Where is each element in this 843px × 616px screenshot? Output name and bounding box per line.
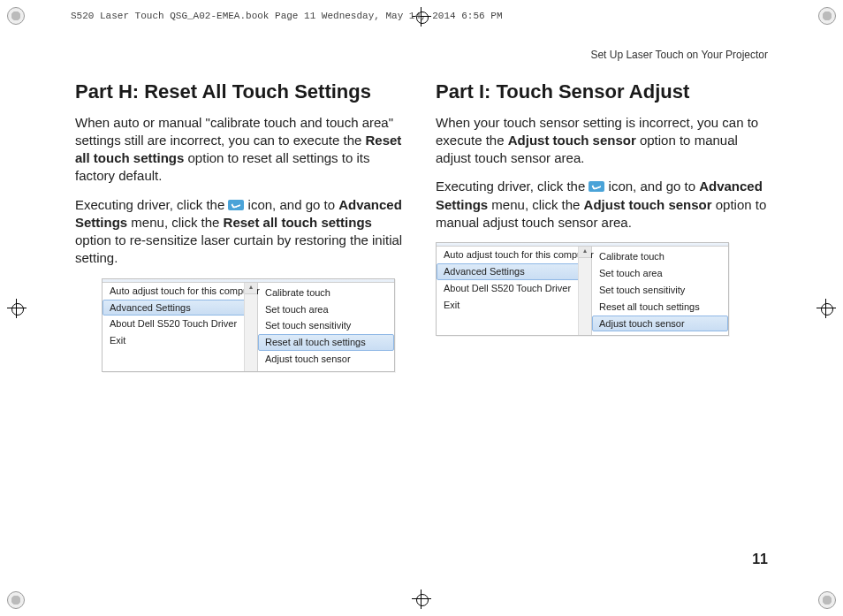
text: icon, and go to	[244, 197, 338, 212]
column-right: Part I: Touch Sensor Adjust When your to…	[436, 79, 768, 372]
menu-item[interactable]: About Dell S520 Touch Driver	[103, 316, 257, 332]
scrollbar[interactable]: ▴	[578, 247, 591, 335]
crop-mark	[818, 7, 836, 25]
menu-item-selected[interactable]: Advanced Settings▶	[437, 263, 591, 280]
menu-sub: Calibrate touch Set touch area Set touch…	[258, 283, 394, 371]
menu-item[interactable]: Auto adjust touch for this computer	[103, 283, 257, 300]
page-body: Set Up Laser Touch on Your Projector Par…	[75, 49, 768, 567]
scroll-up-icon[interactable]: ▴	[579, 247, 591, 258]
text: Executing driver, click the	[75, 197, 228, 212]
menu-item-selected[interactable]: Advanced Settings▶	[103, 300, 257, 316]
submenu-item[interactable]: Reset all touch settings	[592, 299, 728, 316]
menu-screenshot-right: Auto adjust touch for this computer Adva…	[436, 242, 729, 336]
text: menu, click the	[488, 197, 583, 212]
crop-mark	[818, 591, 836, 609]
menu-item[interactable]: About Dell S520 Touch Driver	[437, 280, 591, 297]
part-h-title: Part H: Reset All Touch Settings	[75, 79, 407, 105]
column-left: Part H: Reset All Touch Settings When au…	[75, 79, 407, 372]
part-h-para-1: When auto or manual "calibrate touch and…	[75, 114, 407, 186]
book-header: S520 Laser Touch QSG_A02-EMEA.book Page …	[71, 11, 502, 21]
crop-cross	[412, 589, 431, 609]
driver-tray-icon	[228, 200, 244, 210]
submenu-item[interactable]: Set touch area	[592, 265, 728, 282]
text-bold: Reset all touch settings	[224, 215, 372, 230]
driver-tray-icon	[589, 181, 604, 192]
scrollbar[interactable]: ▴	[244, 283, 257, 371]
text: option to re-sensitize laser curtain by …	[75, 232, 402, 265]
submenu-item[interactable]: Calibrate touch	[258, 285, 394, 301]
crop-cross	[816, 299, 836, 318]
crop-cross	[7, 299, 27, 318]
page-number: 11	[752, 551, 768, 567]
submenu-item[interactable]: Set touch area	[258, 301, 394, 318]
menu-screenshot-left: Auto adjust touch for this computer Adva…	[102, 278, 395, 372]
menu-item[interactable]: Exit	[103, 332, 257, 349]
text: menu, click the	[127, 215, 223, 230]
crop-mark	[7, 591, 25, 609]
menu-sub: Calibrate touch Set touch area Set touch…	[592, 247, 728, 335]
part-i-para-1: When your touch sensor setting is incorr…	[436, 114, 768, 168]
submenu-item[interactable]: Set touch sensitivity	[592, 282, 728, 299]
text: When auto or manual "calibrate touch and…	[75, 115, 393, 148]
text: icon, and go to	[604, 179, 699, 194]
menu-main: Auto adjust touch for this computer Adva…	[103, 283, 258, 371]
submenu-item[interactable]: Set touch sensitivity	[258, 317, 394, 334]
submenu-item-selected[interactable]: Adjust touch sensor	[592, 316, 728, 332]
text-bold: Adjust touch sensor	[508, 133, 636, 148]
part-i-title: Part I: Touch Sensor Adjust	[436, 79, 768, 105]
menu-main: Auto adjust touch for this computer Adva…	[437, 247, 592, 335]
text: Executing driver, click the	[436, 179, 589, 194]
text-bold: Adjust touch sensor	[584, 197, 712, 212]
submenu-item[interactable]: Adjust touch sensor	[258, 351, 394, 368]
part-h-para-2: Executing driver, click the icon, and go…	[75, 196, 407, 268]
submenu-item-selected[interactable]: Reset all touch settings	[258, 334, 394, 351]
menu-item[interactable]: Auto adjust touch for this computer	[437, 247, 591, 263]
menu-item[interactable]: Exit	[437, 297, 591, 314]
part-i-para-2: Executing driver, click the icon, and go…	[436, 178, 768, 232]
scroll-up-icon[interactable]: ▴	[245, 283, 257, 294]
crop-mark	[7, 7, 25, 25]
running-head: Set Up Laser Touch on Your Projector	[75, 49, 768, 61]
submenu-item[interactable]: Calibrate touch	[592, 248, 728, 265]
